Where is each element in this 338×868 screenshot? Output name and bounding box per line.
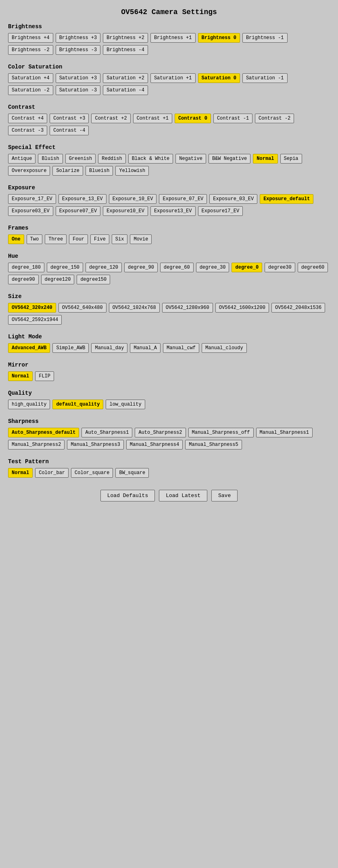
btn-saturation--4[interactable]: Saturation +4 xyxy=(8,73,53,83)
btn-contrast--3[interactable]: Contrast -3 xyxy=(8,126,47,135)
btn-low-quality[interactable]: low_quality xyxy=(106,400,145,409)
btn-exposure-07-ev[interactable]: Exposure_07_EV xyxy=(159,194,207,204)
btn-manual-a[interactable]: Manual_A xyxy=(130,343,161,353)
btn-ov5642-1280x960[interactable]: OV5642_1280x960 xyxy=(162,303,213,313)
btn-degree30[interactable]: degree30 xyxy=(265,263,295,272)
btn-saturation--4[interactable]: Saturation -4 xyxy=(103,85,148,95)
btn-contrast--1[interactable]: Contrast -1 xyxy=(213,114,252,123)
save-button[interactable]: Save xyxy=(211,490,238,501)
btn-manual-sharpness4[interactable]: Manual_Sharpness4 xyxy=(126,440,183,450)
btn-default-quality[interactable]: default_quality xyxy=(52,400,103,409)
btn-ov5642-2048x1536[interactable]: OV5642_2048x1536 xyxy=(271,303,325,313)
btn-contrast--2[interactable]: Contrast -2 xyxy=(255,114,294,123)
btn-exposure07-ev[interactable]: Exposure07_EV xyxy=(56,206,101,216)
btn-manual-sharpness2[interactable]: Manual_Sharpness2 xyxy=(8,440,65,450)
btn-degree-0[interactable]: degree_0 xyxy=(232,263,262,272)
btn-contrast--3[interactable]: Contrast +3 xyxy=(50,114,89,123)
btn-brightness--4[interactable]: Brightness +4 xyxy=(8,33,53,43)
btn-degree90[interactable]: degree90 xyxy=(8,275,39,284)
btn-degree-90[interactable]: degree_90 xyxy=(124,263,158,272)
btn-exposure-13-ev[interactable]: Exposure_13_EV xyxy=(58,194,106,204)
btn-advanced-awb[interactable]: Advanced_AWB xyxy=(8,343,50,353)
btn-ov5642-1600x1200[interactable]: OV5642_1600x1200 xyxy=(215,303,269,313)
btn-brightness--4[interactable]: Brightness -4 xyxy=(103,45,148,55)
btn-six[interactable]: Six xyxy=(112,234,128,244)
btn-exposure-03-ev[interactable]: Exposure_03_EV xyxy=(209,194,257,204)
btn-high-quality[interactable]: high_quality xyxy=(8,400,50,409)
btn-brightness--1[interactable]: Brightness +1 xyxy=(150,33,196,43)
btn-bluish[interactable]: Bluish xyxy=(38,154,63,164)
btn-b-w-negative[interactable]: B&W Negative xyxy=(209,154,250,164)
btn-saturation--3[interactable]: Saturation -3 xyxy=(56,85,101,95)
btn-saturation-0[interactable]: Saturation 0 xyxy=(198,73,240,83)
btn-contrast--2[interactable]: Contrast +2 xyxy=(91,114,130,123)
btn-color-bar[interactable]: Color_bar xyxy=(35,468,69,478)
btn-contrast-0[interactable]: Contrast 0 xyxy=(175,114,211,123)
btn-brightness--2[interactable]: Brightness +2 xyxy=(103,33,148,43)
load-latest-button[interactable]: Load Latest xyxy=(159,490,207,501)
btn-ov5642-320x240[interactable]: OV5642_320x240 xyxy=(8,303,56,313)
btn-contrast--4[interactable]: Contrast +4 xyxy=(8,114,47,123)
btn-contrast--1[interactable]: Contrast +1 xyxy=(133,114,172,123)
btn-exposure-17-ev[interactable]: Exposure_17_EV xyxy=(8,194,56,204)
btn-degree-150[interactable]: degree_150 xyxy=(47,263,83,272)
btn-manual-sharpness-off[interactable]: Manual_Sharpness_off xyxy=(188,428,254,437)
btn-auto-sharpness1[interactable]: Auto_Sharpness1 xyxy=(81,428,132,437)
btn-degree-120[interactable]: degree_120 xyxy=(86,263,122,272)
btn-brightness--3[interactable]: Brightness +3 xyxy=(56,33,101,43)
btn-manual-sharpness3[interactable]: Manual_Sharpness3 xyxy=(67,440,123,450)
btn-ov5642-1024x768[interactable]: OV5642_1024x768 xyxy=(109,303,160,313)
btn-five[interactable]: Five xyxy=(90,234,109,244)
btn-normal[interactable]: Normal xyxy=(8,468,33,478)
btn-movie[interactable]: Movie xyxy=(130,234,152,244)
btn-solarize[interactable]: Solarize xyxy=(52,166,83,176)
btn-negative[interactable]: Negative xyxy=(175,154,206,164)
btn-auto-sharpness-default[interactable]: Auto_Sharpness_default xyxy=(8,428,79,437)
btn-bw-square[interactable]: BW_square xyxy=(115,468,149,478)
btn-four[interactable]: Four xyxy=(69,234,88,244)
btn-saturation--1[interactable]: Saturation +1 xyxy=(150,73,196,83)
load-defaults-button[interactable]: Load Defaults xyxy=(100,490,155,501)
btn-degree60[interactable]: degree60 xyxy=(298,263,328,272)
btn-saturation--3[interactable]: Saturation +3 xyxy=(56,73,101,83)
btn-exposure10-ev[interactable]: Exposure10_EV xyxy=(103,206,148,216)
btn-normal[interactable]: Normal xyxy=(8,371,33,381)
btn-reddish[interactable]: Reddish xyxy=(98,154,125,164)
btn-saturation--1[interactable]: Saturation -1 xyxy=(242,73,288,83)
btn-degree150[interactable]: degree150 xyxy=(77,275,110,284)
btn-three[interactable]: Three xyxy=(45,234,67,244)
btn-auto-sharpness2[interactable]: Auto_Sharpness2 xyxy=(135,428,186,437)
btn-manual-sharpness5[interactable]: Manual_Sharpness5 xyxy=(185,440,242,450)
btn-exposure-10-ev[interactable]: Exposure_10_EV xyxy=(109,194,157,204)
btn-brightness--2[interactable]: Brightness -2 xyxy=(8,45,53,55)
btn-yellowish[interactable]: Yellowish xyxy=(115,166,149,176)
btn-ov5642-640x480[interactable]: OV5642_640x480 xyxy=(58,303,106,313)
btn-antique[interactable]: Antique xyxy=(8,154,35,164)
btn-exposure03-ev[interactable]: Exposure03_EV xyxy=(8,206,53,216)
btn-blueish[interactable]: Blueish xyxy=(86,166,113,176)
btn-sepia[interactable]: Sepia xyxy=(280,154,302,164)
btn-brightness-0[interactable]: Brightness 0 xyxy=(198,33,240,43)
btn-manual-day[interactable]: Manual_day xyxy=(91,343,127,353)
btn-contrast--4[interactable]: Contrast -4 xyxy=(50,126,89,135)
btn-ov5642-2592x1944[interactable]: OV5642_2592x1944 xyxy=(8,315,62,325)
btn-overexposure[interactable]: Overexposure xyxy=(8,166,50,176)
btn-greenish[interactable]: Greenish xyxy=(65,154,96,164)
btn-flip[interactable]: FLIP xyxy=(35,371,54,381)
btn-two[interactable]: Two xyxy=(27,234,43,244)
btn-manual-cwf[interactable]: Manual_cwf xyxy=(163,343,199,353)
btn-degree-180[interactable]: degree_180 xyxy=(8,263,44,272)
btn-degree120[interactable]: degree120 xyxy=(41,275,75,284)
btn-manual-sharpness1[interactable]: Manual_Sharpness1 xyxy=(256,428,313,437)
btn-degree-30[interactable]: degree_30 xyxy=(196,263,230,272)
btn-degree-60[interactable]: degree_60 xyxy=(160,263,194,272)
btn-one[interactable]: One xyxy=(8,234,24,244)
btn-black---white[interactable]: Black & White xyxy=(128,154,173,164)
btn-color-square[interactable]: Color_square xyxy=(71,468,113,478)
btn-brightness--3[interactable]: Brightness -3 xyxy=(56,45,101,55)
btn-exposure17-ev[interactable]: Exposure17_EV xyxy=(198,206,243,216)
btn-simple-awb[interactable]: Simple_AWB xyxy=(52,343,89,353)
btn-manual-cloudy[interactable]: Manual_cloudy xyxy=(202,343,247,353)
btn-exposure-default[interactable]: Exposure_default xyxy=(260,194,313,204)
btn-saturation--2[interactable]: Saturation -2 xyxy=(8,85,53,95)
